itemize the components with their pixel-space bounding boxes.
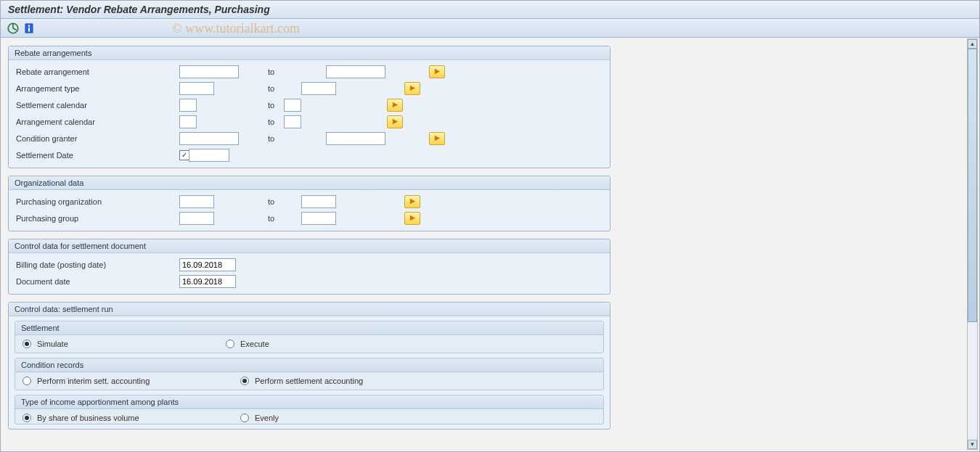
radio-by-share[interactable]: By share of business volume [23,414,240,422]
multiple-selection-button[interactable] [404,195,420,208]
field-label: Purchasing organization [16,197,179,206]
subgroup-title: Condition records [15,358,603,372]
radio-icon [226,340,234,348]
row-rebate-arrangement: Rebate arrangement to [10,63,608,80]
svg-rect-2 [28,25,30,26]
field-label: Rebate arrangement [16,67,179,76]
multiple-selection-button[interactable] [404,212,420,225]
execute-icon[interactable] [7,22,20,35]
multiple-selection-button[interactable] [404,82,420,95]
multiple-selection-button[interactable] [387,115,403,128]
radio-icon [240,377,249,385]
purchasing-group-from-input[interactable] [179,212,214,225]
purchasing-org-to-input[interactable] [301,195,336,208]
row-arrangement-calendar: Arrangement calendar to [10,113,608,130]
rebate-arrangement-from-input[interactable] [179,65,239,78]
settlement-calendar-from-input[interactable] [179,99,197,112]
multiple-selection-button[interactable] [429,65,445,78]
radio-simulate[interactable]: Simulate [23,340,226,348]
field-label: Settlement calendar [16,101,179,110]
field-label: Document date [16,277,179,286]
row-settlement-date: Settlement Date ✓ [10,147,608,163]
field-label: Arrangement type [16,84,179,93]
settlement-date-checkbox[interactable]: ✓ [179,150,189,160]
radio-icon [240,414,249,422]
group-control-settlement-run: Control data: settlement run Settlement … [8,302,611,430]
arrangement-type-to-input[interactable] [301,82,336,95]
radio-label: Perform settlement accounting [255,377,363,385]
radio-evenly[interactable]: Evenly [240,414,344,422]
field-label: Condition granter [16,134,179,143]
to-label: to [214,197,301,206]
row-arrangement-type: Arrangement type to [10,80,608,96]
radio-label: Simulate [37,340,68,348]
condition-granter-to-input[interactable] [326,132,385,145]
field-label: Purchasing group [16,214,179,223]
scroll-down-icon[interactable]: ▼ [968,440,977,449]
subgroup-title: Type of income apportionment among plant… [15,395,603,409]
subgroup-condition-records: Condition records Perform interim sett. … [15,358,604,390]
to-label: to [214,214,301,223]
scroll-thumb[interactable] [968,49,977,322]
subgroup-income-apportionment: Type of income apportionment among plant… [15,395,604,424]
radio-label: Execute [240,340,269,348]
row-purchasing-group: Purchasing group to [10,210,608,226]
row-document-date: Document date [10,273,608,289]
page-title: Settlement: Vendor Rebate Arrangements, … [8,4,270,15]
to-label: to [197,118,284,126]
radio-icon [23,340,31,348]
arrangement-calendar-from-input[interactable] [179,115,197,128]
group-rebate-arrangements: Rebate arrangements Rebate arrangement t… [8,46,611,168]
info-icon[interactable] [23,22,36,35]
app-window: Settlement: Vendor Rebate Arrangements, … [0,0,980,452]
purchasing-org-from-input[interactable] [179,195,214,208]
arrangement-calendar-to-input[interactable] [284,115,301,128]
group-organizational-data: Organizational data Purchasing organizat… [8,176,611,231]
field-label: Billing date (posting date) [16,260,179,269]
group-title: Control data for settlement document [9,239,610,253]
svg-rect-3 [28,27,30,31]
group-title: Organizational data [9,176,610,190]
group-control-settlement-document: Control data for settlement document Bil… [8,239,611,295]
condition-granter-from-input[interactable] [179,132,239,145]
title-bar: Settlement: Vendor Rebate Arrangements, … [1,1,979,19]
group-title: Control data: settlement run [9,303,610,316]
document-date-input[interactable] [179,275,236,288]
radio-settlement-accounting[interactable]: Perform settlement accounting [240,377,428,385]
group-title: Rebate arrangements [9,46,610,60]
to-label: to [239,67,326,76]
settlement-calendar-to-input[interactable] [284,99,301,112]
radio-label: Perform interim sett. accounting [37,377,150,385]
row-condition-granter: Condition granter to [10,130,608,147]
billing-date-input[interactable] [179,258,236,271]
subgroup-settlement: Settlement Simulate Execute [15,321,604,353]
rebate-arrangement-to-input[interactable] [326,65,385,78]
to-label: to [214,84,301,93]
radio-label: Evenly [255,414,279,422]
scroll-up-icon[interactable]: ▲ [968,39,977,49]
settlement-date-input[interactable] [189,149,229,162]
content-area: Rebate arrangements Rebate arrangement t… [1,38,966,451]
to-label: to [197,101,284,110]
radio-execute[interactable]: Execute [226,340,335,348]
row-settlement-calendar: Settlement calendar to [10,96,608,113]
scroll-track[interactable] [968,49,977,440]
multiple-selection-button[interactable] [387,99,403,112]
row-billing-date: Billing date (posting date) [10,256,608,273]
purchasing-group-to-input[interactable] [301,212,336,225]
row-purchasing-organization: Purchasing organization to [10,193,608,210]
field-label: Arrangement calendar [16,118,179,126]
radio-interim-accounting[interactable]: Perform interim sett. accounting [23,377,240,385]
vertical-scrollbar[interactable]: ▲ ▼ [967,38,978,450]
to-label: to [239,134,326,143]
subgroup-title: Settlement [15,321,603,335]
radio-label: By share of business volume [37,414,139,422]
multiple-selection-button[interactable] [429,132,445,145]
radio-icon [23,377,31,385]
arrangement-type-from-input[interactable] [179,82,214,95]
radio-icon [23,414,31,422]
field-label: Settlement Date [16,151,179,160]
toolbar [1,19,979,38]
